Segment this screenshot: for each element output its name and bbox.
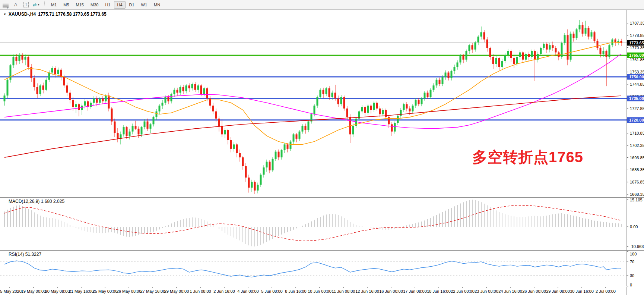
rsi-axis-label: 70 [630, 260, 634, 264]
time-axis-label: 24 Jun 16:00 [498, 289, 522, 294]
time-axis-label: 26 May 08:00 [117, 289, 142, 294]
time-axis-label: 26 Jun 00:00 [522, 289, 546, 294]
price-axis-label: 1770.35 [630, 45, 644, 50]
price-axis-label: 1744.85 [630, 82, 644, 87]
time-axis-label: 8 Jun 16:00 [285, 289, 307, 294]
rsi-axis-label: 30 [630, 273, 634, 278]
timeframe-w1-button[interactable]: W1 [138, 1, 150, 9]
price-axis-label: 1761.85 [630, 57, 644, 62]
macd-label: MACD(12,26,9) 1.680 2.025 [9, 199, 64, 204]
macd-indicator-panel[interactable]: 15.1050.00-10.963 [0, 198, 644, 250]
symbol-name: XAUUSD-,H4 [9, 12, 36, 17]
main-price-chart[interactable]: 1787.351778.851770.351761.851753.351744.… [0, 10, 644, 197]
timeframe-m30-button[interactable]: M30 [88, 1, 101, 9]
price-tag-label: 1735.00 [629, 96, 644, 101]
ohlc-values: 1775.71 1776.58 1773.65 1773.65 [38, 12, 107, 17]
time-axis-label: 27 May 16:00 [140, 289, 165, 294]
rsi-line [4, 261, 621, 277]
rsi-label: RSI(14) 51.3227 [9, 252, 41, 257]
price-axis-label: 1702.35 [630, 143, 644, 148]
letter-a-glyph: A [14, 2, 18, 7]
price-axis-label: 1787.35 [630, 21, 644, 25]
rsi-axis-label: 0 [630, 283, 632, 286]
timeframe-m15-button[interactable]: M15 [73, 1, 87, 9]
time-axis-label: 2 Jun 16:00 [213, 289, 235, 294]
time-axis-label: 22 Jun 00:00 [451, 289, 475, 294]
time-axis-labels: 15 May 202019 May 00:0020 May 08:0021 Ma… [0, 287, 616, 294]
grid-f-label: F [7, 6, 9, 9]
price-axis-label: 1727.85 [630, 106, 644, 111]
toolbar: F A T ⇄ ▼ M1 M5 M15 M30 H1 H4 D1 W1 MN [0, 0, 644, 10]
time-axis-label: 2 Jul 00:00 [596, 289, 616, 294]
price-tag-label: 1750.00 [629, 75, 644, 79]
timeframe-mn-button[interactable]: MN [151, 1, 163, 9]
time-axis-label: 1 Jun 08:00 [190, 289, 211, 294]
time-axis-label: 20 May 08:00 [45, 289, 70, 294]
timeframe-h1-button[interactable]: H1 [102, 1, 113, 9]
time-axis-label: 25 May 00:00 [93, 289, 118, 294]
timeframe-h4-button[interactable]: H4 [114, 1, 125, 9]
macd-axis-label: 15.105 [630, 198, 643, 202]
price-tag-label: 1773.65 [629, 41, 644, 45]
time-axis-label: 12 Jun 16:00 [355, 289, 379, 294]
price-axis: 1787.351778.851770.351761.851753.351744.… [627, 10, 644, 197]
price-axis-label: 1778.85 [630, 33, 644, 38]
time-axis-label: 5 Jun 08:00 [261, 289, 283, 294]
price-axis-label: 1685.35 [630, 167, 644, 172]
rsi-indicator-panel[interactable]: 10070300 [0, 251, 644, 286]
mt4-window: F A T ⇄ ▼ M1 M5 M15 M30 H1 H4 D1 W1 MN 1… [0, 0, 644, 295]
price-axis-label: 1753.35 [630, 70, 644, 74]
macd-axis-label: -10.963 [630, 244, 644, 249]
arrows-glyph: ⇄ [33, 2, 37, 7]
grid-f-icon[interactable]: F [0, 1, 10, 9]
toolbar-separator [44, 1, 46, 9]
time-axis-label: 29 Jun 08:00 [546, 289, 570, 294]
time-axis-label: 16 Jun 00:00 [379, 289, 403, 294]
time-axis-label: 21 May 16:00 [69, 289, 94, 294]
chart-annotation-text[interactable]: 多空转折点1765 [472, 147, 583, 167]
macd-axis: 15.1050.00-10.963 [627, 198, 644, 250]
rsi-axis-label: 100 [630, 252, 637, 256]
time-axis-label: 4 Jun 00:00 [237, 289, 259, 294]
time-axis-label: 30 Jun 16:00 [570, 289, 594, 294]
time-axis-label: 19 May 00:00 [21, 289, 46, 294]
macd-axis-label: 0.00 [630, 225, 638, 229]
price-tag-label: 1765.00 [629, 53, 644, 57]
ema-mid-magenta [4, 54, 621, 129]
time-axis-label: 10 Jun 00:00 [308, 289, 331, 294]
time-axis-label: 17 Jun 08:00 [403, 289, 427, 294]
chevron-down-icon: ▼ [37, 3, 40, 6]
time-axis-label: 29 May 00:00 [164, 289, 189, 294]
dotted-grid-icon: F [3, 2, 9, 8]
text-label-icon[interactable]: T [21, 1, 31, 9]
timeframe-d1-button[interactable]: D1 [126, 1, 137, 9]
price-axis-label: 1676.85 [630, 180, 644, 184]
symbol-dropdown-icon[interactable]: ▼ [3, 13, 6, 16]
text-t-glyph: T [23, 2, 29, 7]
macd-histogram [4, 200, 621, 247]
time-axis-label: 11 Jun 08:00 [332, 289, 355, 294]
arrows-tool-icon[interactable]: ⇄ ▼ [32, 1, 41, 9]
timeframe-m1-button[interactable]: M1 [48, 1, 60, 9]
letter-a-icon[interactable]: A [11, 1, 20, 9]
price-tag-label: 1720.00 [629, 118, 644, 122]
candles-layer [4, 20, 622, 194]
symbol-header[interactable]: ▼ XAUUSD-,H4 1775.71 1776.58 1773.65 177… [3, 12, 107, 17]
time-axis-label: 23 Jun 08:00 [475, 289, 498, 294]
rsi-axis: 10070300 [627, 251, 637, 286]
time-axis-label: 18 Jun 16:00 [427, 289, 451, 294]
rsi-levels [0, 262, 627, 276]
price-axis-label: 1710.85 [630, 131, 644, 135]
time-axis[interactable]: 15 May 202019 May 00:0020 May 08:0021 Ma… [0, 287, 644, 295]
price-axis-label: 1668.35 [630, 192, 644, 197]
price-axis-label: 1693.85 [630, 156, 644, 160]
timeframe-m5-button[interactable]: M5 [60, 1, 72, 9]
time-axis-label: 15 May 2020 [0, 289, 22, 294]
